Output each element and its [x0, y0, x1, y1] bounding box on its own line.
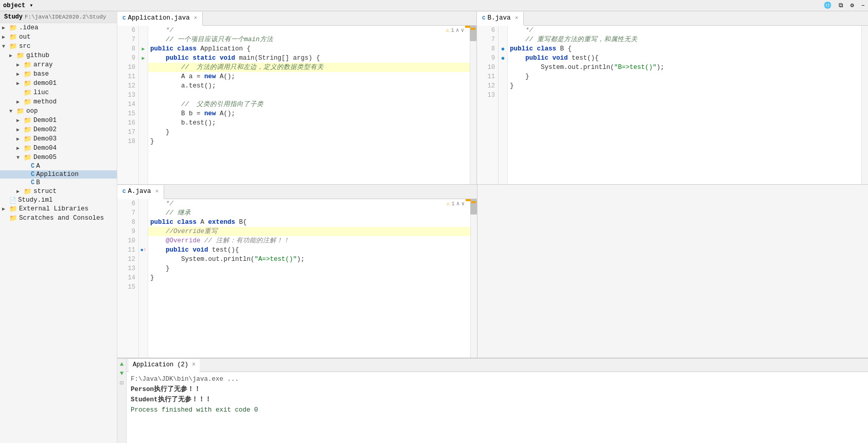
gear-icon[interactable]: ⚙	[851, 2, 854, 9]
java-class-icon: C	[122, 15, 126, 21]
error-breakpoint-icon[interactable]: ●↑	[139, 245, 148, 255]
minimize-icon[interactable]: –	[861, 2, 865, 9]
gutter: ● ●	[499, 26, 508, 184]
vertical-scrollbar-bottom[interactable]	[470, 199, 477, 358]
code-line	[148, 91, 470, 100]
top-bar: object ▾ 🌐 ⧉ ⚙ –	[0, 0, 868, 11]
tree-item-github[interactable]: ▶ 📁 github	[0, 51, 117, 60]
tree-item-method[interactable]: ▶ 📁 method	[0, 97, 117, 107]
breakpoint-icon[interactable]: ●	[499, 54, 507, 63]
tree-item-A[interactable]: C A	[0, 162, 117, 170]
chevron-right-icon: ▶	[16, 62, 24, 68]
chevron-right-icon: ▶	[16, 99, 24, 105]
breakpoint-icon[interactable]: ●	[499, 44, 507, 54]
tree-item-demo03[interactable]: ▶ 📁 Demo03	[0, 134, 117, 144]
left-bottom-editor: C A.java × 6 7 8 9 10	[117, 185, 477, 358]
warning-nav-down-2[interactable]: ∨	[461, 200, 465, 207]
folder-icon: 📁	[16, 107, 25, 115]
tree-item-demo01f[interactable]: ▶ 📁 Demo01	[0, 116, 117, 125]
tree-item[interactable]: ▶ 📁 out	[0, 32, 117, 42]
run-icon-3[interactable]: ⊡	[120, 379, 123, 387]
console-line: F:\Java\JDK\bin\java.exe ...	[131, 374, 864, 384]
code-line: }	[508, 81, 861, 91]
close-run-tab[interactable]: ×	[192, 361, 196, 368]
code-line: public static void main(String[] args) {	[148, 54, 470, 63]
warning-badge-bottom: ⚠ 1 ∧ ∨	[447, 200, 465, 207]
code-lines: */ // 重写都是方法的重写，和属性无关 public class B { p…	[508, 26, 861, 184]
warning-nav-up-2[interactable]: ∧	[456, 200, 460, 207]
main-layout: Study F:\java\IDEA2020.2\Study ▶ 📁 .idea…	[0, 11, 868, 443]
warning-nav-down[interactable]: ∨	[460, 27, 464, 33]
tree-item-oop[interactable]: ▼ 📁 oop	[0, 107, 117, 116]
tree-item[interactable]: ▶ 📁 .idea	[0, 23, 117, 32]
code-line: A a = new A();	[148, 72, 470, 81]
left-bottom-tabbar: C A.java ×	[117, 185, 477, 199]
close-tab-icon[interactable]: ×	[194, 15, 198, 21]
run-down-icon[interactable]: ▼	[120, 370, 123, 377]
console-line: Student执行了无参！！！	[131, 395, 864, 405]
bottom-panel: ▲ ▼ ⊡ Application (2) × F:\Java	[117, 358, 868, 443]
folder-icon: 📁	[9, 24, 17, 32]
close-tab-icon[interactable]: ×	[155, 188, 159, 194]
run-up-icon[interactable]: ▲	[120, 361, 123, 368]
folder-icon: 📁	[24, 70, 32, 78]
chevron-right-icon: ▶	[2, 25, 9, 31]
tab-application-run[interactable]: Application (2) ×	[129, 359, 200, 372]
tab-label: B.java	[488, 14, 511, 22]
class-icon: C	[31, 179, 34, 186]
bottom-panel-inner: ▲ ▼ ⊡ Application (2) × F:\Java	[117, 359, 868, 443]
tree-item-Application[interactable]: C Application	[0, 170, 117, 179]
tree-item-scratches[interactable]: 📁 Scratches and Consoles	[0, 214, 117, 223]
line-numbers: 6 7 8 9 10 11 12 13 14 15 16 17 18	[117, 26, 139, 184]
tab-a-java[interactable]: C A.java ×	[117, 185, 164, 199]
tab-application-java[interactable]: C Application.java ×	[117, 12, 203, 26]
tree-item-demo01[interactable]: ▶ 📁 demo01	[0, 79, 117, 88]
split-icon[interactable]: ⧉	[839, 2, 843, 9]
folder-icon: 📁	[9, 205, 17, 213]
globe-icon[interactable]: 🌐	[824, 2, 831, 9]
code-line: // 重写都是方法的重写，和属性无关	[508, 35, 861, 44]
vertical-scrollbar[interactable]	[470, 26, 476, 184]
tab-label: A.java	[128, 188, 151, 195]
code-line: public void test(){	[508, 54, 861, 63]
warning-marker	[466, 199, 471, 201]
tab-b-java[interactable]: C B.java ×	[477, 12, 524, 26]
chevron-right-icon: ▶	[16, 127, 24, 133]
tree-item-liuc[interactable]: 📁 liuc	[0, 88, 117, 97]
warning-nav-up[interactable]: ∧	[456, 27, 459, 33]
tree-item-src[interactable]: ▼ 📁 src	[0, 42, 117, 51]
class-icon: C	[31, 163, 34, 170]
tree-item-ext-lib[interactable]: ▶ 📁 External Libraries	[0, 204, 117, 214]
chevron-down-icon: ▼	[16, 155, 24, 161]
console-line: Person执行了无参！！	[131, 384, 864, 395]
code-lines: ⚠ 1 ∧ ∨ */ // 一个项目应该只有一个main方法 public cl…	[148, 26, 470, 184]
dropdown-icon[interactable]: ▾	[29, 2, 33, 9]
code-line: }	[508, 72, 861, 81]
tree-item-base[interactable]: ▶ 📁 base	[0, 69, 117, 79]
tree-item-demo02[interactable]: ▶ 📁 Demo02	[0, 125, 117, 134]
tree-item-study-iml[interactable]: 📄 Study.iml	[0, 196, 117, 204]
tree-item-demo04[interactable]: ▶ 📁 Demo04	[0, 144, 117, 153]
chevron-right-icon: ▶	[16, 80, 24, 86]
code-line: public class Application {	[148, 44, 470, 54]
vertical-scrollbar-right[interactable]	[861, 26, 868, 184]
folder-icon: 📁	[24, 116, 32, 125]
code-line: System.out.println("B=>test()");	[508, 63, 861, 72]
folder-orange-icon: 📁	[9, 33, 17, 41]
code-line: }	[148, 128, 470, 137]
code-line: }	[148, 273, 470, 282]
chevron-right-icon: ▶	[9, 52, 16, 59]
code-line: */	[148, 26, 470, 35]
java-class-icon: C	[122, 188, 126, 194]
run-button-2[interactable]: ▶	[139, 54, 148, 63]
tree-item-demo05[interactable]: ▼ 📁 Demo05	[0, 153, 117, 162]
tree-item-array[interactable]: ▶ 📁 array	[0, 60, 117, 69]
tree-item-struct[interactable]: ▶ 📁 struct	[0, 187, 117, 196]
tree-item-B[interactable]: C B	[0, 179, 117, 187]
run-button[interactable]: ▶	[139, 44, 148, 54]
warning-badge: ⚠ 1 ∧ ∨	[446, 27, 464, 33]
left-side-panel: ▲ ▼ ⊡	[117, 359, 127, 443]
console-main: Application (2) × F:\Java\JDK\bin\java.e…	[127, 359, 868, 443]
console-output: F:\Java\JDK\bin\java.exe ... Person执行了无参…	[127, 372, 868, 443]
close-tab-icon[interactable]: ×	[515, 15, 519, 21]
